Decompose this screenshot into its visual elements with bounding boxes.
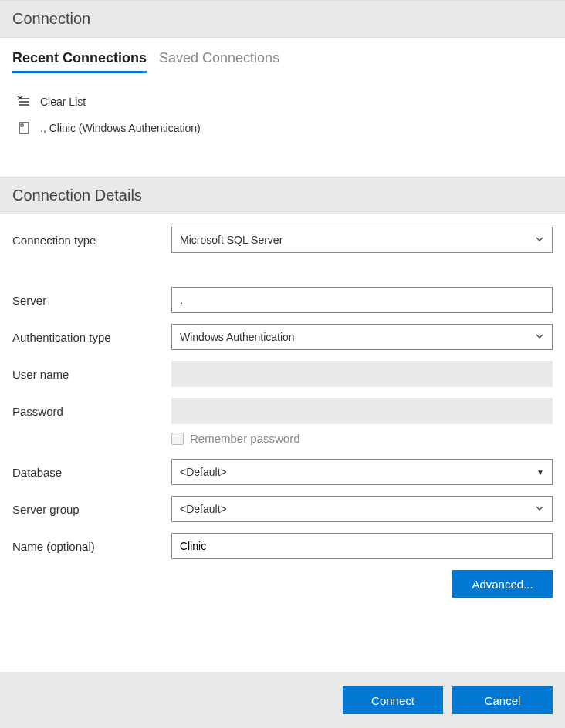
details-header: Connection Details bbox=[0, 177, 565, 214]
password-input bbox=[171, 398, 553, 424]
footer: Connect Cancel bbox=[0, 672, 565, 728]
remember-password-checkbox bbox=[171, 433, 184, 445]
caret-down-icon: ▼ bbox=[536, 468, 544, 477]
connection-header: Connection bbox=[0, 0, 565, 38]
chevron-down-icon bbox=[535, 332, 544, 343]
server-group-select[interactable]: <Default> bbox=[171, 496, 553, 522]
chevron-down-icon bbox=[535, 504, 544, 515]
clear-list-icon bbox=[17, 95, 31, 109]
cancel-button[interactable]: Cancel bbox=[452, 686, 553, 714]
tab-saved-connections[interactable]: Saved Connections bbox=[159, 50, 279, 73]
connection-type-select[interactable]: Microsoft SQL Server bbox=[171, 227, 553, 253]
auth-type-value: Windows Authentication bbox=[180, 331, 295, 343]
auth-type-label: Authentication type bbox=[12, 331, 171, 344]
recent-connection-label: ., Clinic (Windows Authentication) bbox=[40, 122, 201, 134]
auth-type-select[interactable]: Windows Authentication bbox=[171, 324, 553, 350]
advanced-button[interactable]: Advanced... bbox=[452, 570, 553, 598]
database-value: <Default> bbox=[180, 466, 227, 478]
recent-connection-item[interactable]: ., Clinic (Windows Authentication) bbox=[12, 115, 553, 141]
name-optional-input[interactable] bbox=[171, 533, 553, 559]
connection-type-value: Microsoft SQL Server bbox=[180, 234, 282, 246]
username-input bbox=[171, 361, 553, 387]
svg-rect-6 bbox=[21, 124, 23, 126]
tab-recent-connections[interactable]: Recent Connections bbox=[12, 50, 147, 73]
server-group-value: <Default> bbox=[180, 503, 227, 515]
name-optional-label: Name (optional) bbox=[12, 540, 171, 553]
username-label: User name bbox=[12, 368, 171, 381]
server-input[interactable] bbox=[171, 287, 553, 313]
connect-button[interactable]: Connect bbox=[343, 686, 443, 714]
remember-password-label: Remember password bbox=[190, 432, 300, 445]
database-select[interactable]: <Default> ▼ bbox=[171, 459, 553, 485]
connection-type-label: Connection type bbox=[12, 234, 171, 247]
server-icon bbox=[17, 121, 31, 135]
password-label: Password bbox=[12, 405, 171, 418]
server-group-label: Server group bbox=[12, 503, 171, 516]
clear-list-label: Clear List bbox=[40, 96, 86, 108]
chevron-down-icon bbox=[535, 234, 544, 246]
database-label: Database bbox=[12, 466, 171, 479]
clear-list-button[interactable]: Clear List bbox=[12, 89, 553, 115]
server-label: Server bbox=[12, 294, 171, 307]
